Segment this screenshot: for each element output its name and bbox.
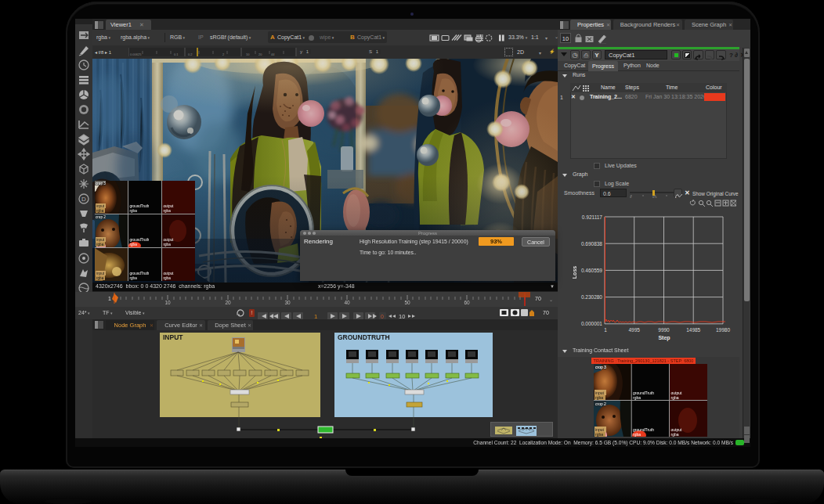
svg-text:rgba: rgba xyxy=(633,432,641,437)
svg-text:0.1: 0.1 xyxy=(174,52,179,56)
svg-text:rgba: rgba xyxy=(164,243,172,247)
svg-text:2: 2 xyxy=(222,52,225,56)
svg-text:0.460559: 0.460559 xyxy=(581,268,602,273)
svg-text:19980: 19980 xyxy=(716,327,730,333)
svg-text:20: 20 xyxy=(258,52,262,56)
svg-text:crop 3: crop 3 xyxy=(595,365,606,369)
svg-text:input: input xyxy=(595,391,604,395)
svg-text:0.5: 0.5 xyxy=(652,195,657,198)
svg-text:0.921117: 0.921117 xyxy=(582,214,603,220)
svg-text:9990: 9990 xyxy=(658,327,670,333)
svg-text:input: input xyxy=(96,238,105,242)
svg-text:1: 1 xyxy=(604,327,607,333)
svg-text:rgba: rgba xyxy=(595,432,603,437)
svg-text:Loss: Loss xyxy=(572,266,577,279)
svg-text:0.690838: 0.690838 xyxy=(581,241,602,247)
svg-text:crop 2: crop 2 xyxy=(96,215,106,219)
svg-text:input: input xyxy=(96,204,105,208)
svg-text:0: 0 xyxy=(381,314,384,319)
svg-text:rgba: rgba xyxy=(96,243,104,247)
svg-text:rgba: rgba xyxy=(96,209,104,213)
svg-text:rgba: rgba xyxy=(671,432,679,437)
svg-text:input: input xyxy=(595,427,604,432)
svg-text:Step: Step xyxy=(658,335,670,341)
svg-text:0: 0 xyxy=(630,195,632,198)
svg-text:GROUNDTRUTH: GROUNDTRUTH xyxy=(338,333,390,341)
svg-text:rgba: rgba xyxy=(96,276,104,280)
svg-text:rgba: rgba xyxy=(130,209,138,213)
svg-text:rgba: rgba xyxy=(130,276,138,280)
svg-text:groundTruth: groundTruth xyxy=(130,238,150,242)
svg-text:output: output xyxy=(164,204,174,208)
svg-text:output: output xyxy=(164,238,174,242)
svg-text:0.00625: 0.00625 xyxy=(130,52,142,56)
svg-text:rgba: rgba xyxy=(633,395,641,400)
svg-text:crop 2: crop 2 xyxy=(595,401,606,406)
svg-text:44: 44 xyxy=(271,52,275,56)
svg-text:rgba: rgba xyxy=(164,209,172,213)
svg-text:input: input xyxy=(96,272,105,275)
svg-text:groundTruth: groundTruth xyxy=(130,204,150,208)
svg-text:0.000001: 0.000001 xyxy=(581,321,602,326)
svg-text:rgba: rgba xyxy=(595,395,603,400)
svg-text:rgba: rgba xyxy=(164,276,172,280)
svg-text:14985: 14985 xyxy=(686,327,700,333)
svg-text:rgba: rgba xyxy=(671,395,679,400)
svg-text:rgba: rgba xyxy=(130,243,138,247)
svg-text:4995: 4995 xyxy=(628,327,640,333)
svg-text:INPUT: INPUT xyxy=(163,333,183,341)
svg-text:output: output xyxy=(164,272,174,275)
svg-text:0.2: 0.2 xyxy=(188,52,193,56)
svg-text:crop 3: crop 3 xyxy=(96,182,106,185)
svg-text:groundTruth: groundTruth xyxy=(130,272,150,275)
svg-text:groundTruth: groundTruth xyxy=(633,427,654,432)
svg-text:groundTruth: groundTruth xyxy=(633,391,654,395)
svg-text:0.230280: 0.230280 xyxy=(581,294,602,300)
svg-text:output: output xyxy=(671,427,683,432)
svg-text:D: D xyxy=(81,196,86,203)
svg-text:output: output xyxy=(671,391,683,395)
svg-text:10: 10 xyxy=(246,52,250,56)
